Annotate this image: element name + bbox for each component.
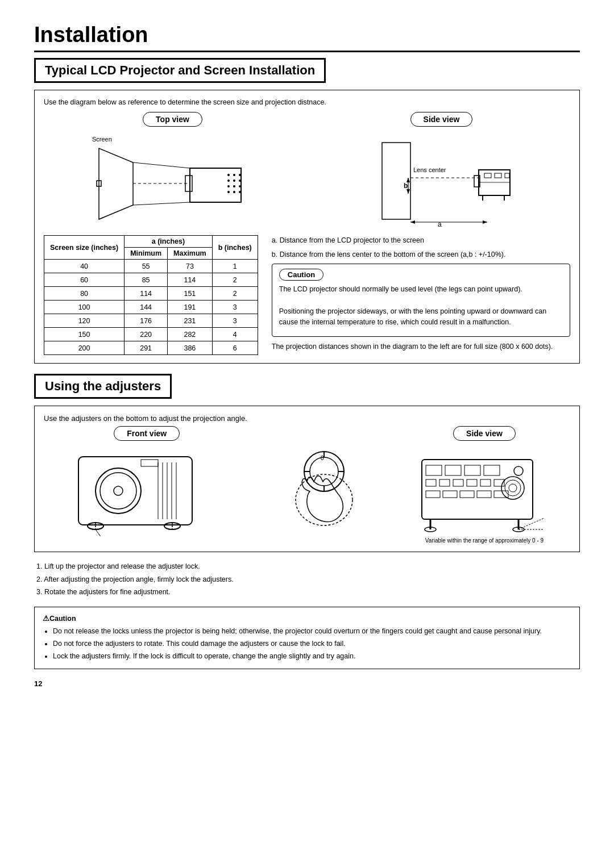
hand-diagram-col: 0 [255, 426, 393, 531]
col-minimum: Minimum [125, 248, 168, 260]
svg-point-80 [509, 484, 517, 492]
svg-line-52 [96, 529, 101, 536]
adjusters-section-box: Use the adjusters on the bottom to adjus… [34, 406, 580, 552]
svg-rect-74 [443, 491, 457, 498]
caution-bullet: Do not release the locks unless the proj… [53, 625, 571, 637]
svg-point-39 [96, 468, 141, 514]
top-view-diagram: Screen [82, 131, 264, 231]
top-view-label: Top view [143, 112, 202, 127]
typical-section-heading: Typical LCD Projector and Screen Install… [34, 58, 326, 83]
notes-column: a. Distance from the LCD projector to th… [272, 235, 570, 355]
adjusters-heading: Using the adjusters [34, 374, 172, 399]
svg-point-5 [233, 174, 235, 176]
caution-bullet: Do not force the adjusters to rotate. Th… [53, 638, 571, 649]
front-view-col: Front view [44, 426, 250, 536]
svg-point-9 [239, 180, 241, 182]
svg-point-12 [239, 185, 241, 187]
hand-diagram: 0 [279, 443, 370, 531]
step-item: 1. Lift up the projector and release the… [36, 560, 580, 573]
svg-rect-75 [460, 491, 474, 498]
bottom-caution-title: ⚠Caution [43, 615, 76, 623]
top-view-col: Top view Screen [44, 112, 301, 231]
svg-rect-62 [422, 460, 533, 519]
projection-table: Screen size (inches) a (inches) b (inche… [44, 235, 258, 355]
table-and-notes: Screen size (inches) a (inches) b (inche… [44, 235, 570, 355]
svg-marker-25 [406, 189, 410, 194]
svg-point-15 [239, 191, 241, 193]
side-view-adj-col: Side view [399, 426, 570, 544]
svg-point-13 [227, 191, 230, 193]
variable-label: Variable within the range of approximate… [425, 537, 544, 544]
side-view-diagram: Lens center b a [365, 131, 518, 231]
note-b: b. Distance from the lens center to the … [272, 249, 570, 260]
diagram-row: Top view Screen [44, 112, 570, 231]
side-view-col: Side view Lens center b a [313, 112, 570, 231]
svg-text:b: b [404, 182, 408, 190]
col-b-inches: b (inches) [212, 236, 258, 260]
svg-marker-24 [406, 178, 410, 182]
table-row: 60851142 [44, 273, 258, 287]
note-a: a. Distance from the LCD projector to th… [272, 235, 570, 246]
svg-marker-0 [99, 148, 133, 219]
caution-bullet: Lock the adjusters firmly. If the lock i… [53, 650, 571, 662]
caution-title: Caution [279, 269, 323, 281]
col-screen-size: Screen size (inches) [44, 236, 125, 260]
page-title: Installation [34, 23, 580, 52]
table-row: 1502202824 [44, 328, 258, 341]
adjusters-diagram-row: Front view [44, 426, 570, 544]
col-maximum: Maximum [168, 248, 213, 260]
side-view-label: Side view [410, 112, 473, 127]
bottom-caution-bullets: Do not release the locks unless the proj… [43, 625, 571, 662]
svg-point-14 [233, 191, 235, 193]
adjusters-intro: Use the adjusters on the bottom to adjus… [44, 414, 570, 423]
typical-section-box: Use the diagram below as reference to de… [34, 90, 580, 364]
table-row: 4055731 [44, 260, 258, 273]
table-row: 801141512 [44, 287, 258, 301]
svg-marker-19 [382, 143, 410, 219]
svg-rect-63 [426, 465, 442, 475]
svg-text:a: a [438, 220, 442, 228]
svg-rect-76 [477, 491, 491, 498]
svg-point-6 [239, 174, 241, 176]
svg-line-17 [133, 202, 190, 205]
svg-point-4 [227, 174, 230, 176]
svg-point-11 [233, 185, 235, 187]
col-a-inches: a (inches) [125, 236, 213, 248]
svg-line-16 [133, 162, 190, 168]
svg-text:Lens center: Lens center [413, 166, 446, 173]
page-number: 12 [34, 679, 580, 688]
svg-point-8 [233, 180, 235, 182]
side-view-adj-label: Side view [453, 426, 516, 441]
svg-rect-67 [426, 479, 436, 486]
svg-marker-28 [410, 220, 415, 224]
table-row: 1201762313 [44, 314, 258, 328]
svg-point-81 [514, 466, 523, 475]
svg-rect-69 [453, 479, 463, 486]
svg-rect-68 [439, 479, 450, 486]
svg-rect-65 [464, 465, 480, 475]
svg-point-41 [114, 486, 123, 495]
svg-text:0: 0 [321, 455, 324, 461]
svg-rect-2 [190, 168, 241, 202]
svg-rect-33 [495, 173, 501, 178]
typical-intro: Use the diagram below as reference to de… [44, 98, 570, 106]
svg-point-7 [227, 180, 230, 182]
svg-point-61 [296, 474, 352, 525]
front-view-diagram: Adjuster [67, 445, 226, 536]
side-view-adj-diagram [413, 445, 555, 536]
caution-text1: The LCD projector should normally be use… [279, 284, 563, 295]
svg-marker-29 [483, 220, 487, 224]
caution-box: Caution The LCD projector should normall… [272, 264, 570, 337]
svg-rect-64 [445, 465, 461, 475]
front-view-label: Front view [114, 426, 180, 441]
svg-rect-47 [141, 460, 158, 466]
svg-point-79 [505, 480, 521, 496]
svg-rect-66 [484, 465, 500, 475]
svg-rect-32 [484, 173, 491, 178]
svg-point-40 [100, 473, 136, 509]
table-row: 2002913866 [44, 341, 258, 355]
svg-point-10 [227, 185, 230, 187]
step-item: 3. Rotate the adjusters for fine adjustm… [36, 586, 580, 599]
svg-rect-70 [467, 479, 477, 486]
projection-note: The projection distances shown in the di… [272, 341, 570, 352]
